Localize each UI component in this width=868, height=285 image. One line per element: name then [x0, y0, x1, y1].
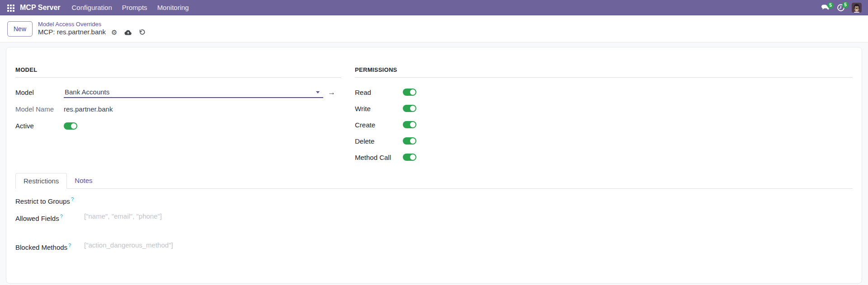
blocked-methods-input[interactable] [84, 241, 319, 265]
allowed-fields-label: Allowed Fields? [15, 212, 84, 222]
notebook-tabs: Restrictions Notes [15, 173, 853, 189]
internal-link-arrow-icon[interactable]: → [328, 89, 335, 96]
help-icon: ? [60, 214, 63, 219]
menu-monitoring[interactable]: Monitoring [152, 0, 194, 14]
control-panel: New Model Access Overrides MCP: res.part… [0, 15, 868, 42]
read-label: Read [355, 89, 403, 96]
model-select-input[interactable] [64, 87, 323, 98]
form-page: MODEL Model → Model Name res.partner.ban… [0, 42, 868, 284]
write-toggle[interactable] [403, 105, 416, 112]
permissions-section-title: PERMISSIONS [355, 66, 853, 78]
record-title: MCP: res.partner.bank [38, 28, 106, 37]
help-icon: ? [71, 196, 74, 202]
permission-row: Method Call [355, 149, 853, 165]
new-button[interactable]: New [7, 21, 33, 37]
restrict-to-groups-row: Restrict to Groups? [15, 195, 853, 205]
tab-restrictions[interactable]: Restrictions [15, 173, 67, 189]
top-navbar: MCP Server Configuration Prompts Monitor… [0, 0, 868, 15]
tab-notes[interactable]: Notes [67, 173, 100, 188]
form-card: MODEL Model → Model Name res.partner.ban… [6, 47, 862, 284]
menu-prompts[interactable]: Prompts [117, 0, 152, 14]
breadcrumb-parent-link[interactable]: Model Access Overrides [38, 21, 147, 28]
write-label: Write [355, 105, 403, 112]
model-name-row: Model Name res.partner.bank [15, 101, 341, 117]
help-icon: ? [68, 243, 71, 248]
active-label: Active [15, 122, 64, 130]
restrictions-tab-panel: Restrict to Groups? Allowed Fields? Bloc… [15, 189, 853, 265]
model-name-value: res.partner.bank [64, 105, 113, 113]
user-avatar[interactable] [852, 3, 862, 13]
restrict-to-groups-label: Restrict to Groups? [15, 195, 74, 205]
messages-button[interactable]: 5 [821, 4, 830, 11]
blocked-methods-row: Blocked Methods? [15, 241, 853, 265]
main-menu: Configuration Prompts Monitoring [67, 0, 194, 14]
allowed-fields-input[interactable] [84, 212, 319, 236]
permission-row: Read [355, 84, 853, 100]
apps-menu-button[interactable] [5, 3, 18, 13]
create-toggle[interactable] [403, 121, 416, 128]
model-field-label: Model [15, 89, 64, 96]
activities-badge: 5 [842, 2, 849, 8]
delete-label: Delete [355, 137, 403, 145]
create-label: Create [355, 121, 403, 129]
grid-icon [7, 5, 14, 12]
model-section: MODEL Model → Model Name res.partner.ban… [15, 66, 341, 165]
active-row: Active [15, 117, 341, 134]
menu-configuration[interactable]: Configuration [67, 0, 117, 14]
model-name-label: Model Name [15, 105, 64, 113]
delete-toggle[interactable] [403, 137, 416, 145]
model-field-row: Model → [15, 84, 341, 101]
method-call-label: Method Call [355, 154, 403, 161]
allowed-fields-row: Allowed Fields? [15, 212, 853, 236]
breadcrumb: Model Access Overrides MCP: res.partner.… [38, 21, 147, 37]
permission-row: Write [355, 100, 853, 117]
chevron-down-icon[interactable] [316, 91, 320, 93]
blocked-methods-label: Blocked Methods? [15, 241, 84, 251]
avatar-image [852, 3, 862, 13]
method-call-toggle[interactable] [403, 154, 416, 161]
active-toggle[interactable] [64, 122, 77, 130]
permission-row: Delete [355, 133, 853, 149]
messages-badge: 5 [827, 2, 834, 9]
app-title[interactable]: MCP Server [20, 4, 61, 12]
gear-icon[interactable]: ⚙ [110, 29, 118, 36]
systray: 5 5 [821, 3, 862, 13]
activities-button[interactable]: 5 [837, 4, 845, 12]
read-toggle[interactable] [403, 89, 416, 96]
discard-icon[interactable] [137, 29, 147, 36]
permissions-section: PERMISSIONS Read Write Create [355, 66, 853, 165]
cloud-upload-icon[interactable] [123, 29, 133, 35]
model-section-title: MODEL [15, 66, 341, 78]
permission-row: Create [355, 117, 853, 133]
